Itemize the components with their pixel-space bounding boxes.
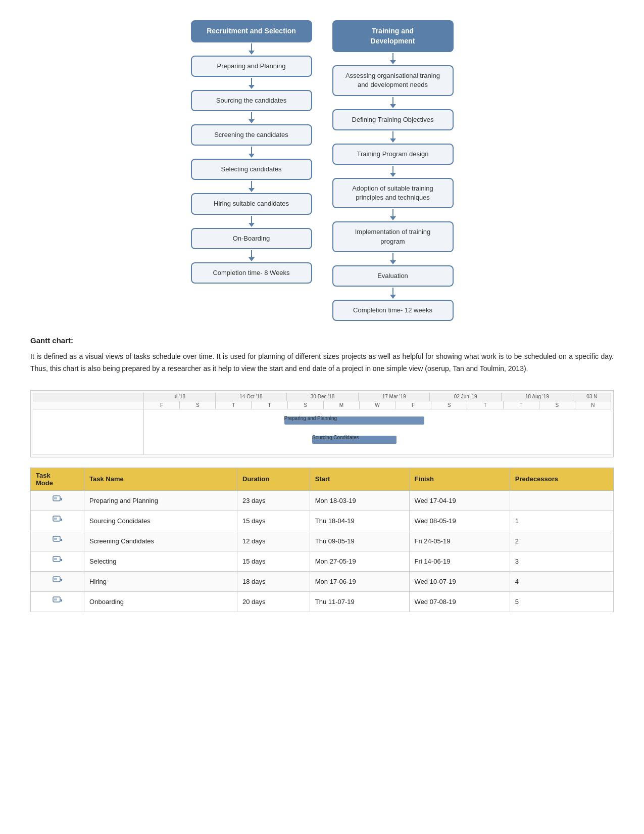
day-f2: F: [395, 401, 431, 409]
task-predecessors-cell: 1: [510, 511, 613, 531]
task-finish-cell: Wed 08-05-19: [409, 511, 510, 531]
arrow-t6: [390, 253, 396, 264]
rec-box-4: Selecting candidates: [191, 159, 312, 180]
rec-box-3: Screening the candidates: [191, 124, 312, 146]
arrow-6: [249, 216, 255, 227]
task-mode-cell: [31, 490, 84, 511]
gantt-visual: ul '18 14 Oct '18 30 Dec '18 17 Mar '19 …: [30, 390, 614, 457]
svg-rect-7: [54, 538, 57, 540]
day-s2: S: [288, 401, 324, 409]
task-name-cell: Selecting: [84, 551, 237, 571]
arrow-t2: [390, 97, 396, 108]
date-col-7: 03 N: [573, 393, 611, 401]
arrow-t3: [390, 131, 396, 143]
task-duration-cell: 12 days: [237, 531, 310, 551]
arrow-2: [249, 78, 255, 89]
day-t4: T: [504, 401, 539, 409]
table-row: Preparing and Planning 23 days Mon 18-03…: [31, 490, 614, 511]
col-finish: Finish: [409, 468, 510, 490]
svg-rect-4: [54, 518, 57, 520]
day-t1: T: [216, 401, 252, 409]
task-duration-cell: 15 days: [237, 551, 310, 571]
task-mode-cell: [31, 551, 84, 571]
task-start-cell: Thu 09-05-19: [310, 531, 409, 551]
task-predecessors-cell: [510, 490, 613, 511]
task-duration-cell: 18 days: [237, 571, 310, 591]
arrow-t1: [390, 53, 396, 64]
day-s3: S: [431, 401, 467, 409]
col-task-name: Task Name: [84, 468, 237, 490]
task-start-cell: Mon 27-05-19: [310, 551, 409, 571]
task-name-cell: Hiring: [84, 571, 237, 591]
day-s4: S: [539, 401, 575, 409]
svg-rect-16: [54, 598, 57, 600]
task-start-cell: Thu 11-07-19: [310, 591, 409, 612]
svg-rect-10: [54, 558, 57, 560]
task-finish-cell: Wed 07-08-19: [409, 591, 510, 612]
arrow-t4: [390, 166, 396, 177]
training-column: Training andDevelopment Assessing organi…: [332, 20, 454, 321]
task-mode-cell: [31, 571, 84, 591]
train-box-4: Adoption of suitable trainingprinciples …: [332, 178, 454, 208]
arrow-t7: [390, 288, 396, 299]
task-finish-cell: Wed 17-04-19: [409, 490, 510, 511]
task-name-cell: Preparing and Planning: [84, 490, 237, 511]
col-task-mode: TaskMode: [31, 468, 84, 490]
day-s1: S: [180, 401, 216, 409]
task-name-cell: Onboarding: [84, 591, 237, 612]
svg-rect-1: [54, 497, 57, 499]
rec-box-5: Hiring suitable candidates: [191, 193, 312, 214]
train-box-7: Completion time- 12 weeks: [332, 300, 454, 321]
task-finish-cell: Wed 10-07-19: [409, 571, 510, 591]
task-start-cell: Mon 17-06-19: [310, 571, 409, 591]
train-box-6: Evaluation: [332, 265, 454, 287]
task-name-cell: Sourcing Condidates: [84, 511, 237, 531]
gantt-table: TaskMode Task Name Duration Start Finish…: [30, 468, 614, 612]
task-start-cell: Thu 18-04-19: [310, 511, 409, 531]
train-box-5: Implementation of trainingprogram: [332, 221, 454, 252]
task-mode-cell: [31, 511, 84, 531]
task-duration-cell: 15 days: [237, 511, 310, 531]
task-predecessors-cell: 2: [510, 531, 613, 551]
train-box-2: Defining Training Objectives: [332, 109, 454, 130]
task-predecessors-cell: 5: [510, 591, 613, 612]
recruitment-header: Recruitment and Selection: [191, 20, 312, 42]
table-row: Selecting 15 days Mon 27-05-19 Fri 14-06…: [31, 551, 614, 571]
task-predecessors-cell: 3: [510, 551, 613, 571]
task-finish-cell: Fri 14-06-19: [409, 551, 510, 571]
gantt-description: It is defined as a visual views of tasks…: [30, 351, 614, 375]
col-predecessors: Predecessors: [510, 468, 613, 490]
gantt-title: Gantt chart:: [30, 336, 614, 345]
bar-label-1: Preparing and Planning: [284, 415, 337, 421]
rec-box-1: Preparing and Planning: [191, 56, 312, 77]
task-predecessors-cell: 4: [510, 571, 613, 591]
training-header: Training andDevelopment: [332, 20, 454, 52]
table-row: Onboarding 20 days Thu 11-07-19 Wed 07-0…: [31, 591, 614, 612]
arrow-7: [249, 250, 255, 261]
table-row: Screening Candidates 12 days Thu 09-05-1…: [31, 531, 614, 551]
date-col-3: 30 Dec '18: [287, 393, 359, 401]
day-t3: T: [467, 401, 503, 409]
task-duration-cell: 20 days: [237, 591, 310, 612]
arrow-4: [249, 147, 255, 158]
col-start: Start: [310, 468, 409, 490]
arrow-1: [249, 43, 255, 55]
arrow-5: [249, 181, 255, 192]
train-box-1: Assessing organisational traningand deve…: [332, 65, 454, 96]
day-m: M: [324, 401, 360, 409]
table-row: Sourcing Condidates 15 days Thu 18-04-19…: [31, 511, 614, 531]
table-row: Hiring 18 days Mon 17-06-19 Wed 10-07-19…: [31, 571, 614, 591]
bar-label-2: Sourcing Condidates: [312, 435, 359, 440]
date-col-5: 02 Jun '19: [430, 393, 502, 401]
day-t2: T: [252, 401, 287, 409]
task-mode-cell: [31, 531, 84, 551]
task-name-cell: Screening Candidates: [84, 531, 237, 551]
flowchart: Recruitment and Selection Preparing and …: [30, 20, 614, 321]
day-f: F: [144, 401, 180, 409]
rec-box-7: Completion time- 8 Weeks: [191, 262, 312, 284]
svg-rect-13: [54, 578, 57, 580]
date-col-1: ul '18: [144, 393, 216, 401]
gantt-section: Gantt chart: It is defined as a visual v…: [30, 336, 614, 612]
recruitment-column: Recruitment and Selection Preparing and …: [191, 20, 312, 321]
col-duration: Duration: [237, 468, 310, 490]
